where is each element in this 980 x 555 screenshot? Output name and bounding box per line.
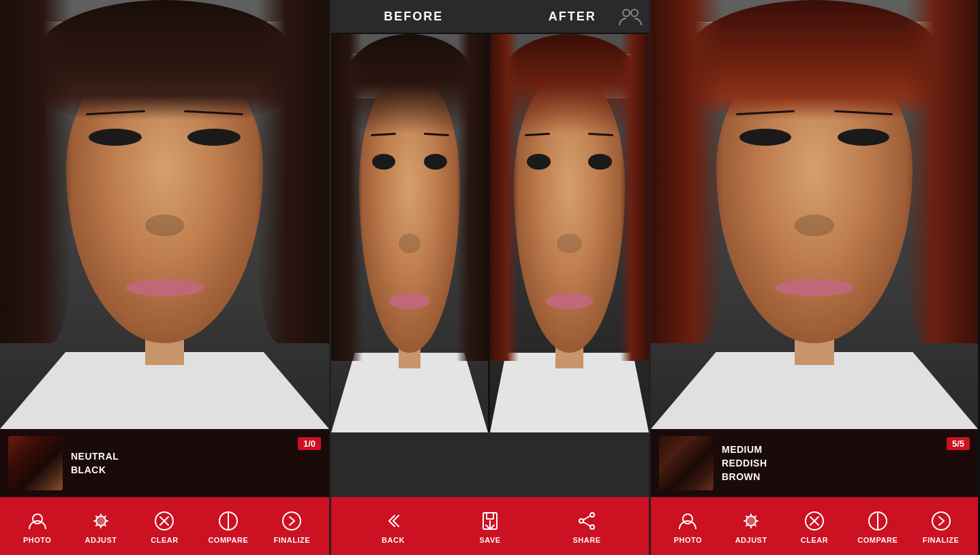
left-nav-compare[interactable]: COMPARE [208,509,249,544]
right-nav-compare[interactable]: COMPARE [857,509,898,544]
right-nav-finalize[interactable]: FINALIZE [921,509,962,544]
left-nose [145,215,185,236]
right-swatch-badge: 5/5 [947,437,970,450]
right-nav-compare-label: COMPARE [857,536,898,544]
center-nav-share-label: SHARE [572,536,600,544]
right-swatch-bar: MEDIUM REDDISH BROWN 5/5 [651,429,978,497]
left-hair-left [0,0,72,343]
right-swatch-name-line3: BROWN [722,471,767,482]
save-icon [478,509,502,533]
right-finalize-icon [929,509,953,533]
share-icon [575,509,599,533]
center-right-nose [557,234,582,253]
right-nav-finalize-label: FINALIZE [923,536,960,544]
center-nav-share[interactable]: SHARE [566,509,607,544]
right-nose [795,215,834,236]
left-swatch-name-line2: BLACK [71,464,119,475]
center-panel: BEFORE AFTER [329,0,651,555]
center-nav-save-label: SAVE [479,536,500,544]
left-swatch-image [8,436,63,490]
right-nav-adjust[interactable]: ADJUST [731,509,771,544]
left-panel: NEUTRAL BLACK 1/0 PHOTO ADJUST CLEAR [0,0,329,555]
svg-line-15 [583,516,590,520]
center-nav-back[interactable]: BACK [373,509,414,544]
center-right-mouth [546,293,594,308]
right-nav-clear[interactable]: CLEAR [794,509,835,544]
center-left-eye-l [372,154,396,170]
left-eye-left [89,129,141,146]
left-photo-icon [25,509,50,533]
left-swatch-badge: 1/0 [298,437,321,450]
center-left-hair-top [343,34,475,133]
right-photo-frame [651,0,978,429]
svg-point-8 [623,10,630,16]
right-nav-clear-label: CLEAR [801,536,828,544]
svg-line-16 [583,522,590,526]
right-compare-icon [866,509,890,533]
svg-point-14 [590,525,594,529]
left-swatch-info: NEUTRAL BLACK [71,451,119,475]
left-nav-photo-label: PHOTO [23,536,51,544]
left-eye-right [187,129,240,146]
left-clear-icon [152,509,177,533]
svg-point-12 [590,513,594,517]
left-nav-clear-label: CLEAR [151,536,178,544]
right-nav-photo[interactable]: PHOTO [667,509,708,544]
center-left-nose [399,234,420,253]
left-compare-icon [216,509,241,533]
center-left-hair-right [457,34,488,361]
right-swatch-name-line2: REDDISH [722,458,767,469]
center-left-eye-r [424,154,448,170]
left-nav-clear[interactable]: CLEAR [144,509,185,544]
after-label: AFTER [549,10,596,24]
center-right-eye-r [588,154,612,170]
left-nav-compare-label: COMPARE [208,536,248,544]
right-photo-area [651,0,978,429]
svg-point-9 [631,10,638,16]
left-nav-photo[interactable]: PHOTO [17,509,58,544]
center-right-hair-top [498,34,641,133]
before-label: BEFORE [384,10,443,24]
left-nav-adjust-label: ADJUST [85,536,117,544]
right-nav-bar: PHOTO ADJUST CLEAR COMPARE [651,497,978,555]
right-clear-icon [802,509,827,533]
left-nav-finalize-label: FINALIZE [274,536,311,544]
left-adjust-icon [89,509,113,533]
center-swatch-area [331,432,649,497]
svg-point-24 [932,512,950,530]
right-nav-adjust-label: ADJUST [735,536,767,544]
left-photo-area [0,0,329,429]
right-swatch-image [659,436,714,490]
right-hair-left [651,0,723,343]
left-swatch-bar: NEUTRAL BLACK 1/0 [0,429,329,497]
center-left-mouth [389,293,430,308]
center-right-hair-right [620,34,649,361]
center-nav-save[interactable]: SAVE [470,509,510,544]
left-finalize-icon [279,509,304,533]
center-split-photo [331,34,649,432]
center-compare-person-icon [617,3,642,31]
center-nav-bar: BACK SAVE [331,497,649,555]
right-swatch-name-line1: MEDIUM [722,444,767,455]
center-left-hair-left [331,34,363,361]
left-nav-finalize[interactable]: FINALIZE [271,509,312,544]
left-mouth [125,279,204,296]
center-right-eye-l [527,154,551,170]
left-nav-adjust[interactable]: ADJUST [80,509,121,544]
right-adjust-icon [739,509,763,533]
center-right-hair-left [490,34,519,361]
left-photo-frame [0,0,329,429]
left-hair-right [257,0,329,343]
svg-point-13 [579,519,583,523]
right-hair-right [906,0,978,343]
svg-point-7 [283,512,301,530]
right-photo-icon [675,509,700,533]
left-swatch-name-line1: NEUTRAL [71,451,119,462]
right-mouth [775,279,853,296]
back-icon [381,509,405,533]
center-split-left [331,34,490,432]
right-swatch-info: MEDIUM REDDISH BROWN [722,444,767,482]
center-top-bar: BEFORE AFTER [331,0,649,34]
right-nav-photo-label: PHOTO [674,536,702,544]
center-split-right [490,34,649,432]
